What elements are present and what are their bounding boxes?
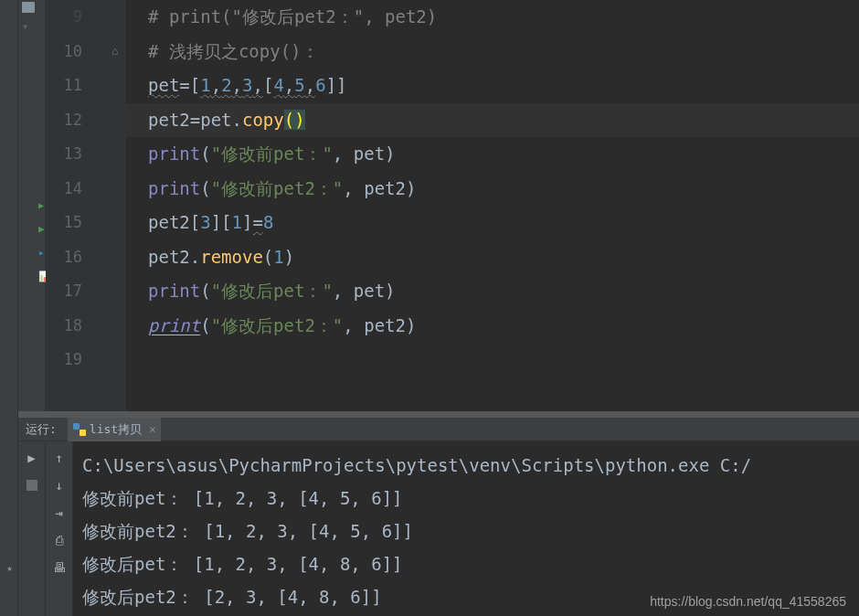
token: ,: [284, 75, 294, 95]
code-line[interactable]: print("修改前pet：", pet): [126, 137, 859, 172]
token: (: [263, 247, 273, 267]
fold-icon[interactable]: ⌂: [111, 35, 118, 69]
folder-item[interactable]: [18, 0, 45, 15]
line-number: 16: [46, 240, 82, 275]
run-toolbar: ▶ ↑ ↓ ⇥ ⎙ 🖶: [18, 441, 46, 616]
token: 6: [315, 75, 325, 95]
token: 4: [273, 75, 283, 95]
token: pet2.: [148, 247, 200, 267]
token: ,: [343, 178, 364, 198]
line-gutter: 910111213141516171819: [46, 0, 99, 411]
export-button[interactable]: ⎙: [48, 529, 70, 551]
token: ): [385, 281, 395, 301]
token: ): [406, 315, 416, 335]
code-area[interactable]: # print("修改后pet2：", pet2)⌂# 浅拷贝之copy()：p…: [126, 0, 859, 411]
code-line[interactable]: # print("修改后pet2：", pet2): [126, 0, 859, 35]
console-line: 修改前pet： [1, 2, 3, [4, 5, 6]]: [82, 482, 859, 515]
token: ): [385, 143, 395, 164]
run-header: 运行: list拷贝 ×: [18, 418, 859, 441]
token: ,: [211, 75, 221, 95]
line-number: 14: [46, 172, 82, 207]
token: # print("修改后pet2：", pet2): [148, 6, 437, 27]
token: =: [190, 110, 200, 130]
token: "修改前pet2：": [211, 178, 344, 198]
token: 3: [200, 212, 210, 232]
token: 2: [221, 75, 231, 95]
code-line[interactable]: pet2=pet.copy(): [126, 103, 859, 138]
code-line[interactable]: print("修改后pet：", pet): [126, 274, 859, 309]
token: print: [148, 178, 200, 198]
token: ,: [232, 75, 242, 95]
line-number: 17: [46, 274, 82, 309]
token: 3: [242, 75, 252, 95]
token: ]: [242, 212, 252, 232]
token: "修改后pet2：": [211, 315, 344, 335]
console-line: 修改后pet： [1, 2, 3, [4, 8, 6]]: [82, 547, 859, 580]
line-number: 18: [46, 309, 82, 344]
token: 8: [263, 212, 273, 232]
code-line[interactable]: pet2.remove(1): [126, 240, 859, 275]
run-label: 运行:: [18, 421, 68, 438]
token: [: [263, 75, 273, 95]
token: (): [284, 110, 305, 130]
console-line: 修改前pet2： [1, 2, 3, [4, 5, 6]]: [82, 515, 859, 547]
token: pet.: [200, 110, 242, 130]
rerun-button[interactable]: ▶: [21, 447, 43, 469]
token: (: [200, 315, 210, 335]
token: 1: [273, 247, 283, 267]
token: 5: [294, 75, 304, 95]
run-tab[interactable]: list拷贝 ×: [68, 418, 162, 441]
run-tab-title: list拷贝: [90, 421, 142, 438]
code-line[interactable]: pet2[3][1]=8: [126, 206, 859, 240]
print-button[interactable]: 🖶: [48, 557, 70, 579]
token: ,: [305, 75, 315, 95]
line-number: 9: [46, 0, 82, 35]
token: pet2: [364, 315, 406, 335]
code-line[interactable]: ⌂# 浅拷贝之copy()：: [126, 35, 859, 69]
token: =: [179, 75, 189, 95]
tab-favorites[interactable]: ★: [2, 557, 17, 579]
token: pet2: [148, 110, 190, 130]
code-line[interactable]: print("修改后pet2：", pet2): [126, 309, 859, 344]
console-line: C:\Users\asus\PycharmProjects\pytest\ven…: [82, 449, 859, 482]
line-number: 13: [46, 137, 82, 172]
token: ,: [343, 315, 364, 335]
token: pet: [354, 281, 385, 301]
token: copy: [242, 110, 284, 130]
line-number: 11: [46, 69, 82, 103]
code-line[interactable]: print("修改前pet2：", pet2): [126, 172, 859, 207]
token: remove: [200, 247, 263, 267]
line-number: 19: [46, 343, 82, 377]
token: print: [148, 143, 200, 164]
token: pet2: [148, 212, 190, 232]
close-icon[interactable]: ×: [149, 423, 155, 436]
python-icon: [73, 423, 86, 436]
code-line[interactable]: pet=[1,2,3,[4,5,6]]: [126, 69, 859, 103]
line-number: 10: [46, 35, 82, 69]
token: (: [200, 178, 210, 198]
watermark: https://blog.csdn.net/qq_41558265: [650, 594, 846, 609]
token: ,: [253, 75, 263, 95]
token: print: [148, 315, 200, 335]
token: ): [406, 178, 416, 198]
folder-item[interactable]: ▾: [18, 18, 45, 35]
token: 1: [232, 212, 242, 232]
folder-icon: [22, 2, 35, 13]
wraplines-button[interactable]: ⇥: [48, 502, 70, 524]
stop-button[interactable]: [21, 474, 43, 496]
project-tree[interactable]: ▾ ▶ ▶ ▸◂ 📊: [18, 0, 46, 411]
scroll-up-button[interactable]: ↑: [48, 447, 70, 469]
token: ][: [211, 212, 232, 232]
token: =: [252, 212, 262, 232]
code-editor[interactable]: 910111213141516171819 # print("修改后pet2："…: [46, 0, 859, 411]
ide-left-tabs: ★: [0, 0, 18, 616]
scroll-down-button[interactable]: ↓: [48, 474, 70, 496]
line-number: 15: [46, 206, 82, 240]
token: [: [190, 75, 200, 95]
token: ]]: [326, 75, 347, 95]
token: ): [284, 247, 294, 267]
token: ,: [333, 143, 354, 164]
console-output[interactable]: C:\Users\asus\PycharmProjects\pytest\ven…: [73, 441, 859, 616]
token: pet2: [364, 178, 406, 198]
token: ,: [333, 281, 354, 301]
